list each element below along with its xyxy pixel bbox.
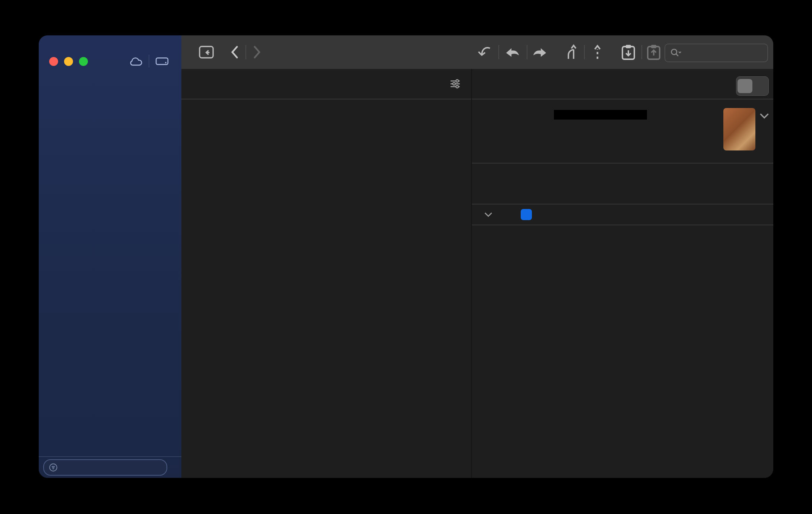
commit-message <box>472 164 773 204</box>
commit-list-panel <box>181 69 472 478</box>
fetch-icon[interactable] <box>476 44 493 60</box>
diff-stats <box>472 225 773 256</box>
app-window <box>39 35 773 478</box>
minimize-button[interactable] <box>64 57 73 66</box>
merge-icon[interactable] <box>564 44 578 60</box>
repository-icon[interactable] <box>198 44 215 60</box>
back-button[interactable] <box>229 45 240 60</box>
stash-pop-icon[interactable] <box>646 44 662 61</box>
desktop: { "colors": { "accent_blue": "#2f8cf6", … <box>0 0 812 514</box>
window-controls <box>49 57 88 66</box>
search-icon <box>670 47 682 58</box>
commit-details-panel <box>472 69 773 478</box>
stash-save-icon[interactable] <box>620 44 637 61</box>
commit-list-header[interactable] <box>181 69 471 99</box>
push-icon[interactable] <box>531 44 548 60</box>
close-button[interactable] <box>49 57 58 66</box>
collapse-metadata-icon[interactable] <box>759 112 770 120</box>
sidebar-filter-bar <box>39 456 181 478</box>
filter-icon <box>48 463 58 472</box>
drive-icon[interactable] <box>155 55 169 67</box>
cloud-icon[interactable] <box>129 55 143 67</box>
tab-tree[interactable] <box>752 79 767 93</box>
pull-icon[interactable] <box>504 44 521 60</box>
filter-input[interactable] <box>43 459 167 476</box>
author-avatar <box>723 108 755 150</box>
forward-button[interactable] <box>251 45 263 60</box>
toolbar <box>181 35 773 69</box>
main-area <box>181 35 773 478</box>
sidebar <box>39 35 181 478</box>
collapse-file-icon[interactable] <box>484 212 493 218</box>
redacted-email <box>554 110 647 120</box>
rebase-icon[interactable] <box>590 44 605 60</box>
changed-file-row[interactable] <box>472 204 773 225</box>
commit-metadata <box>472 99 773 164</box>
list-filter-icon[interactable] <box>448 77 462 90</box>
zoom-button[interactable] <box>79 57 88 66</box>
commit-list <box>181 99 471 478</box>
modified-badge <box>521 209 532 220</box>
view-mode-switcher <box>736 76 769 96</box>
tab-changeset[interactable] <box>738 79 752 93</box>
divider <box>149 55 149 67</box>
search-input[interactable] <box>664 44 768 62</box>
